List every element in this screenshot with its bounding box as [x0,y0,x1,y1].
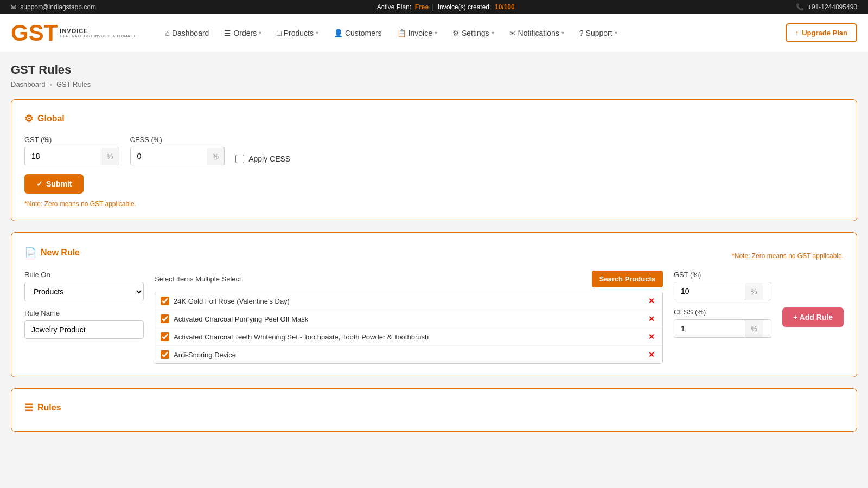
list-item: Anti-Snoring Device ✕ [155,346,662,363]
gst-input[interactable] [25,147,101,165]
nav-products-label: Products [284,29,314,37]
chevron-down-icon: ▾ [316,30,318,36]
list-item: 24K Gold Foil Rose (Valentine's Day) ✕ [155,292,662,310]
apply-cess-checkbox[interactable] [235,155,244,163]
global-card: ⚙ Global GST (%) % CESS (%) % Apply [11,99,857,221]
nav-dashboard[interactable]: ⌂ Dashboard [158,24,215,42]
nav-notifications-label: Notifications [518,29,559,37]
list-icon: ☰ [224,29,231,37]
global-icon: ⚙ [24,113,33,125]
rule-gst-input[interactable] [674,282,745,300]
chevron-down-icon: ▾ [615,30,617,36]
percent-icon: % [745,283,763,300]
cess-input[interactable] [131,147,207,165]
select-items-label: Select Items Multiple Select [155,275,241,283]
logo-invoice-block: INVOICE GENERATE GST INVOICE AUTOMATIC [60,28,137,38]
nav-customers-label: Customers [345,29,382,37]
new-rule-card: 📄 New Rule *Note: Zero means no GST appl… [11,232,857,377]
chevron-down-icon: ▾ [561,30,564,36]
invoice-icon: 📋 [397,29,406,37]
item-checkbox-2[interactable] [161,332,169,341]
item-checkbox-3[interactable] [161,350,169,359]
rule-cess-input-wrapper: % [674,319,771,338]
new-rule-card-title: 📄 New Rule [24,247,80,259]
page-title: GST Rules [11,63,857,77]
cess-field-group: CESS (%) % [130,136,225,165]
rule-name-group: Rule Name [24,309,144,339]
percent-icon: % [101,148,119,165]
new-rule-note: *Note: Zero means no GST applicable. [732,252,844,260]
nav-invoice[interactable]: 📋 Invoice ▾ [391,24,444,42]
nav-orders-label: Orders [233,29,257,37]
gear-icon: ⚙ [452,29,459,37]
apply-cess-row: Apply CESS [235,155,290,165]
rule-on-group: Rule On Products Customers Categories [24,271,144,301]
rule-cess-group: CESS (%) % [674,308,771,338]
mail-icon: ✉ [509,29,516,37]
nav-support-label: Support [586,29,612,37]
home-icon: ⌂ [165,29,169,37]
chevron-down-icon: ▾ [259,30,261,36]
new-rule-body: Rule On Products Customers Categories Ru… [24,271,844,364]
percent-icon: % [207,148,225,165]
rules-card-header: ☰ Rules [24,402,844,414]
item-remove-0[interactable]: ✕ [646,297,657,305]
top-bar-email: support@indiagstapp.com [11,3,96,11]
nav-invoice-label: Invoice [409,29,432,37]
rules-card: ☰ Rules [11,388,857,432]
apply-cess-label[interactable]: Apply CESS [248,155,290,163]
item-remove-2[interactable]: ✕ [646,332,657,341]
upgrade-plan-button[interactable]: ↑ Upgrade Plan [786,23,857,42]
rule-gst-group: GST (%) % [674,271,771,300]
rule-cess-input[interactable] [674,320,745,337]
cess-label: CESS (%) [130,136,225,144]
phone-icon [796,3,804,11]
item-label-0: 24K Gold Foil Rose (Valentine's Day) [174,297,642,305]
percent-icon: % [745,320,763,337]
nav-products[interactable]: □ Products ▾ [270,24,325,42]
breadcrumb-home[interactable]: Dashboard [11,80,46,88]
item-label-1: Activated Charcoal Purifying Peel Off Ma… [174,315,642,323]
breadcrumb-separator: › [50,80,52,88]
upgrade-icon: ↑ [795,29,799,37]
rule-on-label: Rule On [24,271,144,279]
item-checkbox-1[interactable] [161,314,169,323]
rule-gst-label: GST (%) [674,271,771,279]
rule-gst-input-wrapper: % [674,282,771,300]
top-bar: support@indiagstapp.com Active Plan: Fre… [0,0,868,14]
email-icon [11,3,16,11]
add-rule-button[interactable]: + Add Rule [782,307,844,327]
item-checkbox-0[interactable] [161,297,169,305]
item-remove-1[interactable]: ✕ [646,314,657,323]
gst-label: GST (%) [24,136,119,144]
question-icon: ? [579,29,584,37]
page-content: GST Rules Dashboard › GST Rules ⚙ Global… [0,52,868,442]
rules-icon: ☰ [24,402,33,414]
nav-customers[interactable]: 👤 Customers [327,24,388,42]
plan-info: Active Plan: Free | Invoice(s) created: … [377,3,515,11]
nav-items: ⌂ Dashboard ☰ Orders ▾ □ Products ▾ 👤 Cu… [158,24,785,42]
nav-notifications[interactable]: ✉ Notifications ▾ [503,24,571,42]
item-label-2: Activated Charcoal Teeth Whitening Set -… [174,333,642,341]
items-list[interactable]: 24K Gold Foil Rose (Valentine's Day) ✕ A… [155,292,663,364]
submit-button[interactable]: ✓ Submit [24,174,84,194]
rule-name-input[interactable] [24,320,144,339]
search-products-button[interactable]: Search Products [592,271,663,287]
nav-orders[interactable]: ☰ Orders ▾ [218,24,268,42]
rule-on-select[interactable]: Products Customers Categories [24,282,144,301]
item-remove-3[interactable]: ✕ [646,350,657,359]
gst-cess-col: GST (%) % CESS (%) % [674,271,771,338]
list-item: Activated Charcoal Teeth Whitening Set -… [155,328,662,346]
global-card-header: ⚙ Global [24,113,844,125]
breadcrumb: Dashboard › GST Rules [11,80,857,88]
item-label-3: Anti-Snoring Device [174,351,642,359]
global-note: *Note: Zero means no GST applicable. [24,200,844,208]
gst-input-wrapper: % [24,147,119,165]
chevron-down-icon: ▾ [492,30,494,36]
nav-settings[interactable]: ⚙ Settings ▾ [446,24,501,42]
select-items-col: Select Items Multiple Select Search Prod… [155,271,663,364]
nav-support[interactable]: ? Support ▾ [573,24,624,42]
cess-input-wrapper: % [130,147,225,165]
breadcrumb-current: GST Rules [56,80,91,88]
gst-field-group: GST (%) % [24,136,119,165]
